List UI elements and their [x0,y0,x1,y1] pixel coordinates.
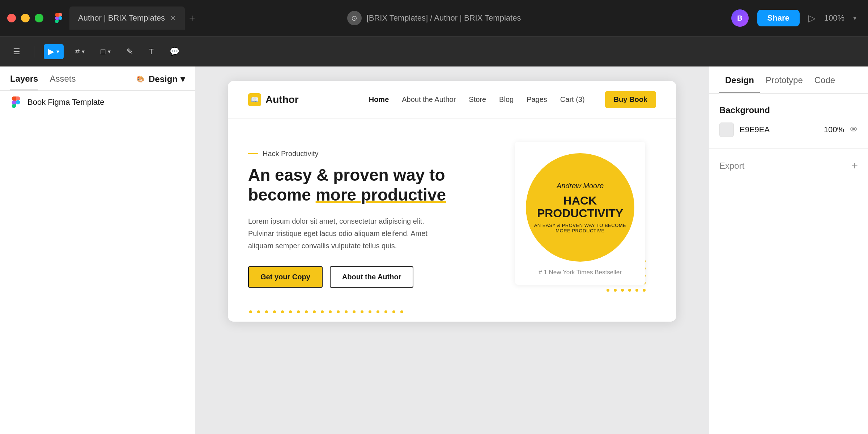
frame-tool[interactable]: # ▾ [71,44,89,59]
share-button[interactable]: Share [757,10,800,26]
assets-tab[interactable]: Assets [50,74,76,90]
eyebrow-dash [248,153,258,154]
eyebrow-text: Hack Productivity [263,150,319,158]
design-chevron-icon: ▾ [180,74,185,84]
design-tab[interactable]: Design ▾ [149,74,185,84]
shape-tool[interactable]: □ ▾ [96,44,115,59]
hero-buttons: Get your Copy About the Author [248,266,490,288]
toolbar: ☰ ▶ ▾ # ▾ □ ▾ ✎ T 💬 [0,36,868,66]
preview-nav: 📖 Author Home About the Author Store Blo… [228,81,676,119]
hero-title: An easy & proven way to become more prod… [248,165,490,205]
nav-blog[interactable]: Blog [499,95,514,104]
shape-chevron-icon: ▾ [108,48,111,55]
text-tool[interactable]: T [145,44,158,59]
shape-icon: □ [101,47,105,56]
cursor-icon: ▶ [48,47,54,56]
left-panel: Layers Assets 🎨 Design ▾ Book Figma Temp… [0,66,195,434]
export-row: Export + [719,160,858,171]
design-tab-label: Design [149,74,178,84]
nav-cart[interactable]: Cart (3) [560,95,585,104]
visibility-toggle-icon[interactable]: 👁 [850,125,858,134]
layer-item-book[interactable]: Book Figma Template [0,91,195,114]
comment-tool[interactable]: 💬 [165,44,184,59]
select-tool[interactable]: ▶ ▾ [44,44,64,59]
hero-description: Lorem ipsum dolor sit amet, consectetur … [248,215,436,252]
hero-left: Hack Productivity An easy & proven way t… [248,139,490,288]
breadcrumb-icon: ⊙ [347,11,362,25]
background-color-swatch[interactable] [719,123,734,137]
left-panel-separator [0,114,195,114]
tab-title: Author | BRIX Templates [78,13,165,23]
canvas-area: 📖 Author Home About the Author Store Blo… [195,66,709,434]
hero-right: Andrew Moore HACK PRODUCTIVITY AN EASY &… [504,139,656,288]
minimize-button[interactable] [21,14,30,22]
menu-icon: ☰ [13,47,20,56]
book-container: Andrew Moore HACK PRODUCTIVITY AN EASY &… [515,142,645,285]
background-color-hex[interactable]: E9E9EA [740,125,809,134]
title-bar: Author | BRIX Templates ✕ + ⊙ [BRIX Temp… [0,0,868,36]
preview-hero: Hack Productivity An easy & proven way t… [228,119,676,302]
about-author-button[interactable]: About the Author [330,266,414,288]
frame-icon: # [75,47,80,56]
layers-tab[interactable]: Layers [10,74,38,90]
tool-chevron-icon: ▾ [56,48,59,55]
nav-logo: 📖 Author [248,93,299,106]
background-section: Background E9E9EA 100% 👁 [709,94,868,149]
figma-icon [52,12,65,25]
nav-cta-button[interactable]: Buy Book [605,91,656,108]
right-panel-tabs: Design Prototype Code [709,66,868,94]
new-tab-button[interactable]: + [189,12,195,24]
logo-text: Author [265,94,299,106]
nav-pages[interactable]: Pages [527,95,547,104]
menu-button[interactable]: ☰ [9,44,25,59]
play-icon[interactable]: ▷ [808,13,816,24]
hero-eyebrow: Hack Productivity [248,150,490,158]
code-tab[interactable]: Code [809,66,841,93]
avatar: B [731,9,749,27]
right-panel: Design Prototype Code Background E9E9EA … [709,66,868,434]
nav-store[interactable]: Store [469,95,486,104]
zoom-level[interactable]: 100% [824,13,844,23]
frame-chevron-icon: ▾ [82,48,85,55]
zoom-chevron-icon[interactable]: ▾ [853,14,856,22]
background-opacity[interactable]: 100% [815,125,844,134]
design-color-icon: 🎨 [136,75,144,83]
nav-links: Home About the Author Store Blog Pages C… [369,91,656,108]
hero-title-underline: more productive [316,185,446,204]
export-add-button[interactable]: + [851,160,858,171]
nav-about[interactable]: About the Author [402,95,456,104]
title-bar-right: B Share ▷ 100% ▾ [731,0,868,36]
book-bestseller: # 1 New York Times Bestseller [525,269,635,276]
text-icon: T [149,47,154,56]
left-panel-tabs: Layers Assets 🎨 Design ▾ [0,66,195,91]
traffic-lights [7,14,43,22]
export-label: Export [719,161,744,171]
logo-icon: 📖 [248,93,261,106]
close-button[interactable] [7,14,16,22]
maximize-button[interactable] [35,14,43,22]
book-subtitle: AN EASY & PROVEN WAY TO BECOME MORE PROD… [533,223,627,233]
toolbar-divider [34,46,34,57]
get-copy-button[interactable]: Get your Copy [248,266,323,288]
export-section: Export + [709,149,868,183]
design-tab[interactable]: Design [719,66,760,93]
background-fill-row: E9E9EA 100% 👁 [719,123,858,137]
book-cover-circle: Andrew Moore HACK PRODUCTIVITY AN EASY &… [526,153,634,262]
nav-home[interactable]: Home [369,95,389,104]
book-author: Andrew Moore [557,182,604,190]
breadcrumb-text: [BRIX Templates] / Author | BRIX Templat… [367,13,521,23]
prototype-tab[interactable]: Prototype [760,66,809,93]
pen-tool[interactable]: ✎ [122,44,137,59]
background-label: Background [719,105,858,115]
layer-item-label: Book Figma Template [27,98,104,107]
bottom-dots-strip [228,302,676,322]
preview-card: 📖 Author Home About the Author Store Blo… [228,81,676,322]
pen-icon: ✎ [127,47,133,56]
tab-area: Author | BRIX Templates ✕ + [69,0,195,36]
tab-close-icon[interactable]: ✕ [170,14,176,22]
active-tab[interactable]: Author | BRIX Templates ✕ [69,7,185,30]
book-title: HACK PRODUCTIVITY [533,194,627,220]
comment-icon: 💬 [170,47,179,56]
